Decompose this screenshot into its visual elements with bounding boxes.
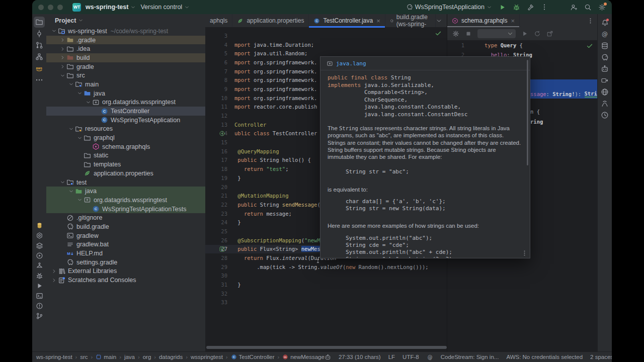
indent-status[interactable]: 2 spaces [590, 354, 612, 360]
tree-item-resources[interactable]: resources [46, 125, 205, 134]
close-window-icon[interactable] [38, 5, 44, 10]
chevron-down-icon[interactable] [60, 179, 65, 185]
tab-application-properties[interactable]: application.properties [232, 14, 309, 27]
code-line-4[interactable]: 4mport java.time.Duration; [205, 40, 447, 49]
tree-item-gradlew-bat[interactable]: gradlew.bat [46, 240, 205, 249]
gradle-tool-button[interactable] [599, 52, 610, 63]
chevron-right-icon[interactable] [51, 268, 57, 274]
execute-query-icon[interactable] [521, 30, 528, 37]
tab-options-icon[interactable] [587, 18, 594, 24]
breadcrumb-item-java[interactable]: java [124, 354, 135, 360]
aws-button[interactable]: aws [34, 63, 45, 74]
vcs-widget[interactable]: Version control [140, 4, 190, 11]
database-tool-button[interactable] [599, 40, 610, 51]
notifications-button[interactable] [599, 17, 610, 28]
pull-requests-button[interactable] [34, 40, 45, 51]
code-line-30[interactable]: 30 [205, 272, 447, 281]
chevron-right-icon[interactable] [60, 46, 65, 52]
tree-item-testcontroller[interactable]: CTestController [46, 107, 205, 116]
tab-aphqls[interactable]: aphqls [205, 14, 232, 27]
chevron-down-icon[interactable] [86, 100, 91, 105]
camera-tool-button[interactable] [599, 75, 610, 86]
chevron-down-icon[interactable] [68, 81, 74, 87]
tree-item-ws-spring-test[interactable]: ws-spring-test~/code/ws-spring-test [46, 27, 205, 36]
search-icon[interactable] [584, 4, 592, 11]
tree-item--gradle[interactable]: .gradle [46, 36, 205, 45]
debug-tool-button[interactable] [34, 270, 44, 281]
breadcrumb-item-datagrids[interactable]: datagrids [159, 354, 183, 360]
chevron-down-icon[interactable] [60, 73, 65, 78]
project-panel-header[interactable]: Project [46, 14, 205, 27]
tree-item-templates[interactable]: templates [46, 160, 205, 169]
tree-item-wsspringtestapplication[interactable]: CWsSpringTestApplication [46, 116, 205, 125]
codestream-button[interactable]: @ [599, 29, 610, 40]
minimize-window-icon[interactable] [48, 5, 53, 10]
maximize-window-icon[interactable] [57, 5, 63, 10]
tree-item-schema-graphqls[interactable]: schema.graphqls [46, 142, 205, 151]
gear-icon[interactable] [452, 30, 459, 37]
caret-position[interactable]: 27:33 (10 chars) [339, 354, 381, 360]
code-with-me-icon[interactable] [570, 4, 578, 11]
run-tool-button[interactable] [34, 281, 44, 291]
spring-bean-gutter-icon[interactable] [219, 130, 225, 137]
breadcrumb-item-main[interactable]: main [96, 354, 116, 360]
services-button[interactable] [34, 250, 44, 260]
build-tool-button[interactable] [34, 230, 44, 240]
chevron-down-icon[interactable] [68, 189, 74, 194]
tree-item-static[interactable]: static [46, 151, 205, 160]
code-line-32[interactable]: 32 [205, 289, 447, 298]
breadcrumb-item-newmessage[interactable]: mnewMessage [282, 354, 325, 360]
tree-item-application-properties[interactable]: application.properties [46, 169, 205, 178]
tree-item-build[interactable]: build [46, 53, 205, 62]
doc-popup-scrollbar[interactable] [527, 60, 528, 165]
tree-item-org-datagrids-wsspringtest[interactable]: org.datagrids.wsspringtest [46, 98, 205, 107]
chevron-right-icon[interactable] [51, 278, 57, 283]
stop-icon[interactable] [465, 30, 472, 37]
codestream-status[interactable]: CodeStream: Sign in... [441, 354, 499, 360]
tree-item-java[interactable]: java [46, 187, 205, 196]
horizontal-scrollbar[interactable] [206, 346, 447, 349]
tree-item--gitignore[interactable]: .gitignore [46, 213, 205, 222]
project-widget[interactable]: ws-spring-test [86, 4, 136, 11]
settings-button[interactable] [598, 4, 606, 11]
tree-item-build-gradle[interactable]: build.gradle [46, 222, 205, 231]
code-line-3[interactable]: 3 [205, 31, 447, 40]
codestream-status-icon[interactable]: @ [427, 354, 433, 360]
run-button[interactable] [499, 4, 506, 11]
breadcrumb-item-org[interactable]: org [143, 354, 151, 360]
tab-schema-graphqls[interactable]: schema.graphqls× [447, 14, 520, 27]
aws-status[interactable]: AWS: No credentials selected [506, 354, 583, 360]
debug-button[interactable] [513, 4, 520, 11]
open-in-browser-icon[interactable] [546, 30, 553, 37]
commit-tool-button[interactable] [34, 28, 45, 39]
tree-item-src[interactable]: src [46, 71, 205, 80]
graphql-line-1[interactable]: 1type Query { [447, 40, 598, 50]
chevron-right-icon[interactable] [60, 64, 65, 69]
breadcrumb-item-testcontroller[interactable]: CTestController [231, 354, 275, 360]
tree-item-gradlew[interactable]: gradlew [46, 231, 205, 240]
hanger-tool-button[interactable] [34, 260, 44, 270]
ai-assistant-button[interactable] [599, 63, 610, 74]
encoding[interactable]: UTF-8 [403, 354, 419, 360]
tab-testcontroller-java[interactable]: CTestController.java× [309, 14, 385, 27]
endpoint-combobox[interactable] [477, 29, 516, 38]
close-tab-icon[interactable]: × [511, 18, 515, 24]
ai-status-icon[interactable] [325, 354, 331, 360]
refresh-schema-icon[interactable] [534, 30, 541, 37]
tree-item-test[interactable]: test [46, 178, 205, 187]
more-actions-icon[interactable] [541, 4, 548, 11]
close-tab-icon[interactable]: × [376, 18, 380, 24]
layers-button[interactable] [34, 240, 44, 250]
chevron-down-icon[interactable] [77, 135, 83, 141]
database-jar-button[interactable] [34, 220, 44, 230]
window-controls[interactable] [38, 5, 63, 10]
inspection-ok-icon[interactable] [435, 30, 442, 37]
profiler-tool-button[interactable] [599, 98, 610, 109]
tab-build-gradle-ws-spring-[interactable]: build.gradle (ws-spring- [385, 14, 436, 27]
breadcrumb-item-ws-spring-test[interactable]: ws-spring-test [36, 354, 72, 360]
code-line-33[interactable]: 33 [205, 298, 447, 307]
subscription-gutter-icon[interactable] [219, 246, 225, 252]
tree-item--idea[interactable]: .idea [46, 44, 205, 53]
clock-tool-button[interactable] [599, 110, 610, 121]
breadcrumb-item-src[interactable]: src [80, 354, 88, 360]
